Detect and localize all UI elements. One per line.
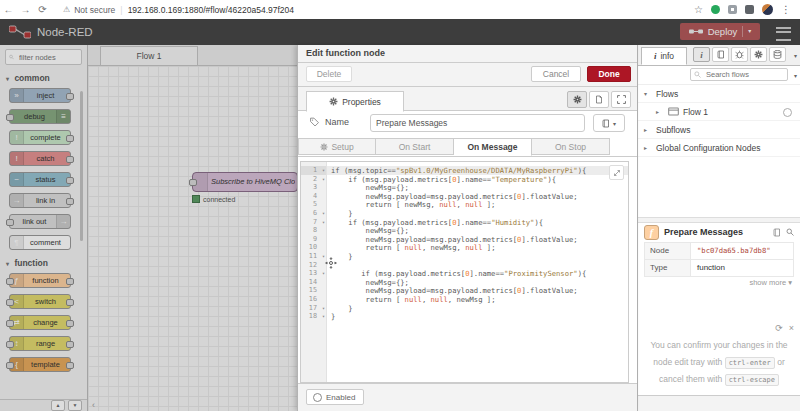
palette-node-link-in[interactable]: →link in: [9, 193, 71, 208]
code-line[interactable]: newMsg.payload=msg.payload.metrics[0].fl…: [327, 235, 628, 244]
node-input-port[interactable]: [189, 179, 197, 186]
code-editor[interactable]: 1▾2▾3456▾7▾891011▾1213▾14151617▾18▾ if (…: [300, 161, 629, 383]
code-line[interactable]: newMsg={};: [327, 183, 628, 192]
tab-info[interactable]: i info: [641, 47, 687, 65]
find-node-icon[interactable]: [786, 228, 794, 236]
code-line[interactable]: }: [327, 304, 628, 313]
tree-caret-icon[interactable]: ▸: [656, 108, 664, 115]
code-line[interactable]: if (msg.topic=="spBv1.0/MyGreenhouse/DDA…: [327, 166, 628, 175]
palette-node-range[interactable]: ↕range: [9, 336, 71, 351]
search-flows-input[interactable]: [704, 69, 778, 80]
node-description-button[interactable]: [589, 91, 609, 108]
code-line[interactable]: if (msg.payload.metrics[0].name=="Humidi…: [327, 218, 628, 227]
editor-expand-button[interactable]: [609, 165, 624, 180]
fold-icon[interactable]: ▾: [322, 219, 325, 225]
tab-flow-1[interactable]: Flow 1: [100, 46, 198, 65]
cancel-button[interactable]: Cancel: [531, 66, 581, 82]
label-options-button[interactable]: ▾: [593, 114, 625, 132]
tab-properties[interactable]: Properties: [306, 91, 404, 112]
fold-icon[interactable]: ▾: [322, 253, 325, 259]
fold-icon[interactable]: ▾: [322, 305, 325, 311]
tree-item-flows[interactable]: ▾Flows: [638, 85, 800, 103]
palette-node-inject[interactable]: »inject: [9, 88, 71, 103]
code-line[interactable]: newMsg={};: [327, 226, 628, 235]
tab-debug-button[interactable]: [731, 47, 748, 62]
code-line[interactable]: newMsg.payload=msg.payload.metrics[0].fl…: [327, 192, 628, 201]
main-menu-icon[interactable]: [776, 27, 791, 41]
browser-menu-icon[interactable]: ⋮: [781, 4, 791, 15]
code-line[interactable]: return [ newMsg, null, null ];: [327, 200, 628, 209]
name-input[interactable]: [370, 114, 585, 132]
palette-node-template[interactable]: {template: [9, 357, 71, 372]
extensions-puzzle-icon[interactable]: [745, 5, 754, 14]
tab-info-button[interactable]: i: [693, 47, 710, 62]
code-lines[interactable]: if (msg.topic=="spBv1.0/MyGreenhouse/DDA…: [327, 162, 628, 382]
tree-item-global-configuration-nodes[interactable]: ▸Global Configuration Nodes: [638, 139, 800, 157]
code-line[interactable]: return [ null, newMsg, null ];: [327, 243, 628, 252]
close-tip-icon[interactable]: ×: [789, 323, 794, 333]
node-help-icon[interactable]: [773, 228, 781, 237]
node-appearance-button[interactable]: [611, 91, 631, 108]
code-line[interactable]: }: [327, 252, 628, 261]
code-line[interactable]: if (msg.payload.metrics[0].name=="Proxim…: [327, 269, 628, 278]
palette-scrollbar[interactable]: [80, 91, 83, 241]
tab-on-start[interactable]: On Start: [376, 138, 454, 155]
done-button[interactable]: Done: [587, 66, 631, 82]
forward-icon[interactable]: →: [17, 4, 34, 15]
palette-node-complete[interactable]: !complete: [9, 130, 71, 145]
tab-context-button[interactable]: [769, 47, 786, 62]
profile-avatar[interactable]: [762, 4, 773, 15]
chevron-down-icon[interactable]: ▾: [794, 72, 797, 79]
security-indicator[interactable]: ⚠ Not secure: [63, 5, 115, 15]
fold-icon[interactable]: ▾: [322, 176, 325, 182]
palette-category-common[interactable]: ▾ common: [6, 73, 87, 83]
palette-node-function[interactable]: ƒfunction: [9, 273, 71, 288]
tab-setup[interactable]: Setup: [298, 138, 376, 155]
canvas-scroll-left-icon[interactable]: ‹: [92, 400, 95, 410]
code-line[interactable]: }: [327, 209, 628, 218]
palette-search[interactable]: [5, 49, 82, 65]
reload-icon[interactable]: ⟳: [34, 4, 51, 15]
tab-on-stop[interactable]: On Stop: [532, 138, 610, 155]
bookmark-star-icon[interactable]: ☆: [694, 4, 703, 15]
code-line[interactable]: }: [327, 312, 628, 321]
palette-search-input[interactable]: [17, 52, 81, 63]
url-text[interactable]: 192.168.0.169:1880/#flow/46220a54.97f204: [128, 5, 294, 15]
tree-caret-icon[interactable]: ▸: [644, 144, 652, 151]
code-line[interactable]: return [ null, null, newMsg ];: [327, 295, 628, 304]
palette-node-link-out[interactable]: link out→: [9, 214, 71, 229]
flow-radio-button[interactable]: [783, 108, 792, 117]
tree-item-flow-1[interactable]: ▸Flow 1: [638, 103, 800, 121]
palette-node-switch[interactable]: <switch: [9, 294, 71, 309]
fold-icon[interactable]: ▾: [322, 167, 325, 173]
edit-properties-button[interactable]: [567, 91, 587, 108]
palette-node-change[interactable]: ⇄change: [9, 315, 71, 330]
extension-icon[interactable]: [728, 5, 737, 14]
tab-config-button[interactable]: [750, 47, 767, 62]
fold-icon[interactable]: ▾: [322, 210, 325, 216]
code-line[interactable]: if (msg.payload.metrics[0].name=="Temper…: [327, 175, 628, 184]
deploy-button[interactable]: Deploy ▾: [680, 23, 760, 40]
node-enabled-toggle[interactable]: Enabled: [306, 389, 364, 405]
palette-collapse-down-icon[interactable]: ▼: [68, 400, 82, 411]
mqtt-in-node[interactable]: Subscribe to HiveMQ Clou: [192, 172, 298, 192]
fold-icon[interactable]: ▾: [322, 270, 325, 276]
search-flows-box[interactable]: [690, 68, 788, 81]
palette-node-catch[interactable]: !catch: [9, 151, 71, 166]
delete-button[interactable]: Delete: [306, 66, 352, 82]
palette-node-debug[interactable]: debug≡: [9, 109, 71, 124]
deploy-caret-icon[interactable]: ▾: [742, 26, 751, 37]
palette-collapse-up-icon[interactable]: ▲: [51, 400, 65, 411]
fold-icon[interactable]: ▾: [322, 313, 325, 319]
sidebar-tabs-menu-icon[interactable]: ▾: [794, 52, 797, 59]
code-line[interactable]: [327, 261, 628, 270]
tree-caret-icon[interactable]: ▾: [644, 90, 652, 97]
palette-node-status[interactable]: ~status: [9, 172, 71, 187]
tree-item-subflows[interactable]: ▸Subflows: [638, 121, 800, 139]
code-line[interactable]: newMsg={};: [327, 278, 628, 287]
back-icon[interactable]: ←: [0, 4, 17, 15]
show-more-link[interactable]: show more ▾: [749, 278, 792, 287]
extension-icon[interactable]: [711, 5, 720, 14]
palette-category-function[interactable]: ▾ function: [6, 258, 87, 268]
code-line[interactable]: newMsg.payload=msg.payload.metrics[0].fl…: [327, 286, 628, 295]
